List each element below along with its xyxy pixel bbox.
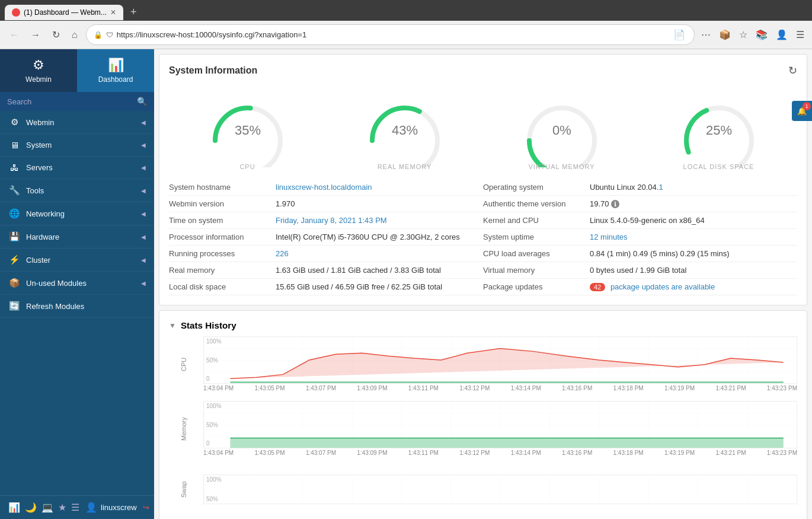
info-row-theme-version: Authentic theme version 19.70 ℹ — [483, 196, 797, 212]
load-label: CPU load averages — [483, 249, 590, 258]
theme-version-value: 19.70 ℹ — [590, 199, 619, 208]
sidebar-item-servers[interactable]: 🖧 Servers ◀ — [0, 157, 154, 179]
virtual-memory-info-label: Virtual memory — [483, 266, 590, 275]
local-disk-gauge-label: LOCAL DISK SPACE — [672, 163, 766, 170]
virtual-memory-gauge-svg: 0% — [514, 90, 609, 167]
sidebar-item-refresh-modules[interactable]: 🔄 Refresh Modules — [0, 295, 154, 318]
info-icon[interactable]: ℹ — [611, 200, 619, 208]
kernel-label: Kernel and CPU — [483, 216, 590, 225]
stats-toggle-icon[interactable]: ▼ — [169, 321, 176, 330]
svg-text:43%: 43% — [391, 123, 417, 138]
forward-button[interactable]: → — [27, 28, 44, 42]
library-button[interactable]: 📚 — [754, 27, 769, 42]
sidebar-webmin-button[interactable]: ⚙ Webmin — [0, 49, 77, 92]
swap-chart-y-label: Swap — [169, 466, 199, 513]
memory-chart-y-label: Memory — [169, 405, 199, 453]
unused-modules-nav-icon: 📦 — [8, 278, 20, 288]
reload-button[interactable]: ↻ — [49, 27, 63, 42]
swap-y-ticks: 100% 50% — [204, 475, 224, 504]
reader-mode-button[interactable]: 📄 — [672, 27, 687, 42]
svg-marker-14 — [230, 438, 783, 448]
sidebar-item-webmin[interactable]: ⚙ Webmin ◀ — [0, 111, 154, 134]
webmin-icon: ⚙ — [33, 58, 44, 73]
info-left-col: System hostname linuxscrew-host.localdom… — [169, 179, 483, 295]
theme-version-label: Authentic theme version — [483, 199, 590, 208]
uptime-label: System uptime — [483, 233, 590, 241]
sidebar-item-networking[interactable]: 🌐 Networking ◀ — [0, 202, 154, 225]
cpu-chart-svg — [204, 337, 797, 383]
pocket-button[interactable]: 📦 — [717, 27, 733, 42]
bookmark-button[interactable]: ☆ — [737, 27, 749, 42]
real-memory-gauge: 43% REAL MEMORY — [346, 90, 464, 167]
memory-chart: 100% 50% 0 — [203, 401, 797, 448]
sidebar-item-label: Un-used Modules — [26, 279, 141, 288]
sidebar-item-label: Tools — [26, 186, 141, 195]
package-updates-link[interactable]: package updates are available — [610, 282, 715, 291]
settings-icon[interactable]: ☰ — [71, 502, 79, 513]
user-menu[interactable]: 👤 linuxscrew ↪ — [85, 502, 149, 513]
sidebar-item-label: Refresh Modules — [26, 302, 146, 311]
logout-icon[interactable]: ↪ — [143, 503, 149, 512]
sidebar-item-hardware[interactable]: 💾 Hardware ◀ — [0, 225, 154, 249]
browser-controls: ← → ↻ ⌂ 🔒 🛡 https://linuxscrew-host:1000… — [0, 21, 812, 49]
time-label: Time on system — [169, 216, 276, 225]
os-label: Operating system — [483, 183, 590, 192]
sidebar-item-system[interactable]: 🖥 System ◀ — [0, 134, 154, 157]
sidebar-item-cluster[interactable]: ⚡ Cluster ◀ — [0, 249, 154, 272]
uptime-link[interactable]: 12 minutes — [590, 233, 628, 241]
info-row-uptime: System uptime 12 minutes — [483, 229, 797, 246]
address-bar[interactable]: 🔒 🛡 https://linuxscrew-host:10000/sysinf… — [86, 24, 695, 45]
cpu-chart-row: CPU 100% 50% 0 — [169, 336, 797, 391]
sidebar-item-unused-modules[interactable]: 📦 Un-used Modules ◀ — [0, 272, 154, 295]
active-tab[interactable]: (1) Dashboard — Webm... ✕ — [5, 5, 123, 20]
cpu-x-labels: 1:43:04 PM 1:43:05 PM 1:43:07 PM 1:43:09… — [203, 385, 797, 391]
package-updates-value: 42 package updates are available — [590, 282, 715, 291]
processor-value: Intel(R) Core(TM) i5-7360U CPU @ 2.30GHz… — [276, 233, 460, 241]
tools-nav-icon: 🔧 — [8, 185, 20, 196]
memory-chart-row: Memory 100% 50% 0 — [169, 401, 797, 456]
night-mode-icon[interactable]: 🌙 — [25, 502, 37, 513]
chevron-right-icon: ◀ — [141, 234, 146, 240]
chevron-right-icon: ◀ — [141, 187, 146, 194]
menu-button[interactable]: ☰ — [794, 27, 806, 42]
tab-bar: (1) Dashboard — Webm... ✕ + — [0, 0, 812, 21]
home-button[interactable]: ⌂ — [68, 28, 81, 42]
favorites-icon[interactable]: ★ — [58, 502, 66, 513]
os-link[interactable]: 1 — [658, 183, 663, 192]
real-memory-gauge-svg: 43% — [357, 90, 452, 167]
notification-bell[interactable]: 🔔 1 — [792, 101, 812, 121]
chevron-right-icon: ◀ — [141, 142, 146, 148]
refresh-button[interactable]: ↻ — [788, 64, 797, 77]
processes-link[interactable]: 226 — [276, 249, 289, 258]
svg-text:25%: 25% — [705, 123, 731, 138]
chevron-right-icon: ◀ — [141, 280, 146, 286]
hostname-value: linuxscrew-host.localdomain — [276, 183, 372, 192]
refresh-modules-nav-icon: 🔄 — [8, 301, 20, 311]
sync-button[interactable]: 👤 — [774, 27, 789, 42]
sidebar-item-tools[interactable]: 🔧 Tools ◀ — [0, 179, 154, 202]
sidebar-item-label: Networking — [26, 209, 141, 218]
info-row-time: Time on system Friday, January 8, 2021 1… — [169, 212, 483, 229]
sidebar-item-label: Cluster — [26, 256, 141, 265]
local-disk-gauge-container: 25% LOCAL DISK SPACE — [672, 90, 766, 167]
disk-space-label: Local disk space — [169, 282, 276, 291]
chevron-right-icon: ◀ — [141, 164, 146, 171]
terminal-icon[interactable]: 💻 — [41, 502, 53, 513]
tab-close-button[interactable]: ✕ — [110, 8, 116, 17]
username-label: linuxscrew — [101, 503, 137, 512]
kernel-value: Linux 5.4.0-59-generic on x86_64 — [590, 216, 705, 225]
package-update-badge: 42 — [590, 283, 605, 291]
search-input[interactable] — [7, 97, 133, 106]
back-button[interactable]: ← — [6, 28, 23, 42]
security-icon: 🔒 — [94, 31, 103, 39]
sidebar: ⚙ Webmin 📊 Dashboard 🔍 ⚙ Webmin ◀ 🖥 Syst… — [0, 49, 154, 519]
stats-icon[interactable]: 📊 — [8, 502, 20, 513]
sidebar-dashboard-button[interactable]: 📊 Dashboard — [77, 49, 154, 92]
info-row-webmin-version: Webmin version 1.970 — [169, 196, 483, 212]
hostname-link[interactable]: linuxscrew-host.localdomain — [276, 183, 372, 192]
url-protocol: https:// — [117, 30, 140, 39]
new-tab-button[interactable]: + — [126, 4, 142, 21]
extensions-button[interactable]: ⋯ — [699, 27, 712, 42]
browser-action-buttons: ⋯ 📦 ☆ 📚 👤 ☰ — [699, 27, 806, 42]
time-link[interactable]: Friday, January 8, 2021 1:43 PM — [276, 216, 387, 225]
